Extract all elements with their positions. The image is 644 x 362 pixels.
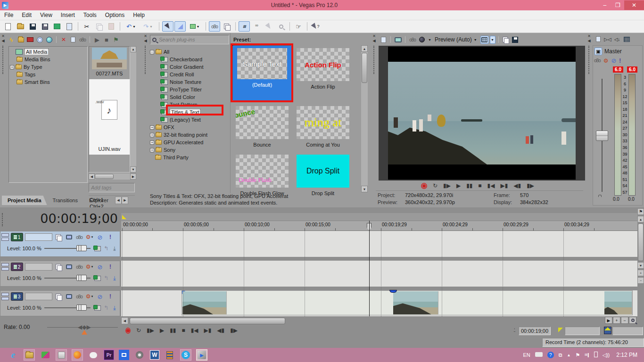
track-fx-icon[interactable]: o8o [75, 263, 83, 271]
mute-button[interactable]: ⊘ [96, 293, 104, 300]
extract-audio-cd-button[interactable] [35, 36, 44, 44]
taskbar-photos-icon[interactable] [40, 349, 51, 361]
taskbar-messaging-icon[interactable] [88, 349, 99, 361]
menu-edit[interactable]: Edit [17, 10, 36, 20]
track-header-2[interactable]: 2 o8o ⚙▼ ⊘ ! Level: 100.0 % ↰ ⤓ [0, 261, 120, 287]
save-snapshot-button[interactable] [511, 36, 520, 44]
taskbar-ie-icon[interactable]: e [8, 349, 19, 361]
automation-icon[interactable]: ⚙ [603, 58, 609, 64]
tree-item-32bit[interactable]: +32-bit floating point [150, 131, 230, 139]
next-frame-button[interactable]: ▮▶ [527, 182, 534, 189]
external-monitor-button[interactable] [394, 36, 402, 44]
track-name-input[interactable] [25, 263, 52, 271]
stop-preview-button[interactable]: ■ [102, 36, 111, 44]
close-button[interactable]: ✕ [624, 0, 644, 10]
preset-coming-at-you[interactable]: ming at Coming at You [297, 106, 349, 148]
pin-icon[interactable]: ◀ [372, 39, 375, 43]
track-minimize-buttons[interactable] [1, 263, 9, 271]
auto-preview-button[interactable]: ϟ [7, 36, 16, 44]
track-minimize-buttons[interactable] [1, 233, 9, 241]
tab-scroll-left[interactable]: ◀ [115, 197, 122, 204]
preset-scrollbar[interactable]: ▲ ▼ [361, 45, 368, 192]
pause-button[interactable]: ▮▮ [466, 182, 472, 189]
media-item-ujin[interactable]: .wav ♪ UJIN.wav [89, 79, 130, 155]
remove-media-button[interactable]: ✕ [59, 36, 68, 44]
make-compositing-parent-icon[interactable]: ↰ [102, 304, 110, 312]
whats-this-help-button[interactable]: ? [310, 21, 322, 32]
enable-snapping-button[interactable]: ⌗ [239, 21, 250, 32]
selection-end-box[interactable] [612, 327, 643, 335]
taskbar-sketchup-icon[interactable] [56, 349, 67, 361]
tab-project-media[interactable]: Project Media [2, 196, 47, 205]
thumb-hscrollbar[interactable]: ◀ ▶ [89, 173, 136, 180]
mute-icon[interactable]: ⊘ [611, 57, 616, 64]
restore-button[interactable]: ❐ [611, 0, 624, 10]
timeline-ruler[interactable]: 00:00:00;00 00:00:05;00 00:00:10;00 00:0… [121, 221, 637, 231]
go-to-start-button[interactable]: ▮◀ [191, 327, 198, 334]
dim-output-button[interactable]: ◁↓ [613, 35, 621, 43]
preset-drop-split[interactable]: Drop Split Drop Split [297, 155, 349, 196]
rate-marker[interactable] [82, 330, 87, 335]
expand-icon[interactable]: + [10, 65, 14, 69]
track-fx-icon[interactable]: o8o [75, 233, 83, 241]
tab-explorer[interactable]: Explorer [83, 196, 114, 205]
video-event[interactable] [182, 290, 633, 315]
mixer-properties-button[interactable] [594, 35, 603, 43]
menu-options[interactable]: Options [101, 10, 129, 20]
play-button[interactable]: ▶ [456, 182, 461, 189]
tree-item-tags[interactable]: Tags [9, 71, 87, 78]
overlays-dropdown[interactable]: ▼ [490, 36, 495, 44]
tray-show-hidden-icon[interactable]: ▲ [567, 353, 571, 357]
cut-button[interactable]: ✂ [81, 21, 92, 32]
minimize-button[interactable]: – [598, 0, 611, 10]
taskbar-movie-maker-icon[interactable] [134, 349, 145, 361]
compositing-child-icon[interactable]: ⤓ [110, 245, 119, 252]
master-fader[interactable] [596, 131, 608, 141]
tray-help-icon[interactable]: ? [547, 352, 554, 358]
next-frame-button[interactable]: ▮▶ [230, 327, 238, 334]
compositing-mode-icon[interactable] [93, 274, 102, 282]
envelope-edit-tool-button[interactable] [174, 21, 186, 32]
tree-item-protype-titler[interactable]: ProType Titler [150, 86, 230, 93]
tree-item-color-gradient[interactable]: Color Gradient [150, 63, 230, 71]
tree-item-smart-bins[interactable]: Smart Bins [9, 78, 87, 86]
tray-display-icon[interactable]: ⧉ [559, 352, 562, 358]
paste-button[interactable] [106, 21, 117, 32]
stop-button[interactable]: ■ [182, 327, 185, 334]
taskbar-filmstrip-icon[interactable] [164, 349, 175, 361]
preview-properties-button[interactable] [379, 36, 388, 44]
tree-item-checkerboard[interactable]: Checkerboard [150, 56, 230, 63]
render-as-button[interactable] [51, 21, 63, 32]
tree-item-credit-roll[interactable]: Credit Roll [150, 71, 230, 78]
tree-item-ofx[interactable]: +OFX [150, 123, 230, 131]
compositing-mode-icon[interactable] [93, 245, 102, 252]
level-slider[interactable] [44, 248, 91, 249]
preset-action-flip[interactable]: Action Flip Action Flip [297, 48, 349, 90]
timeline-vscrollbar[interactable]: ⚑ ▲ ▼ + − [637, 208, 644, 326]
playhead-line[interactable] [369, 221, 370, 316]
menu-view[interactable]: View [36, 10, 57, 20]
tree-item-sony[interactable]: +Sony [150, 146, 230, 154]
make-compositing-parent-icon[interactable]: ↰ [102, 274, 110, 282]
compositing-mode-icon[interactable] [93, 304, 102, 312]
track-row-2[interactable] [121, 261, 637, 287]
tree-item-test-pattern[interactable]: Test Pattern [150, 101, 230, 108]
bus-fx-icon[interactable]: o8o [594, 58, 601, 63]
preset-default[interactable]: Sample Text (Default) [233, 46, 291, 100]
tree-item-legacy-text[interactable]: (Legacy) Text [150, 116, 230, 123]
open-button[interactable] [15, 21, 26, 32]
track-row-1[interactable] [121, 231, 637, 257]
video-output-fx-button[interactable]: o8o [408, 36, 417, 44]
compositing-child-icon[interactable]: ⤓ [110, 274, 119, 282]
media-generators-button[interactable]: ⚑ [112, 36, 120, 44]
menu-help[interactable]: Help [129, 10, 149, 20]
close-icon[interactable]: ✕ [587, 34, 591, 39]
auto-ripple-button[interactable] [221, 21, 232, 32]
menu-file[interactable]: File [0, 10, 17, 20]
cursor-timecode-box[interactable]: 00:00:19;00 [519, 327, 551, 335]
track-motion-icon[interactable] [65, 263, 73, 271]
track-header-1[interactable]: 1 o8o ⚙▼ ⊘ ! Level: 100.0 % ↰ ⤓ [0, 231, 120, 257]
pin-icon[interactable]: ◀ [1, 39, 4, 43]
bypass-motion-blur-icon[interactable] [54, 293, 63, 300]
track-header-3[interactable]: 3 o8o ⚙▼ ⊘ ! Level: 100.0 % ↰ ⤓ [0, 290, 120, 316]
